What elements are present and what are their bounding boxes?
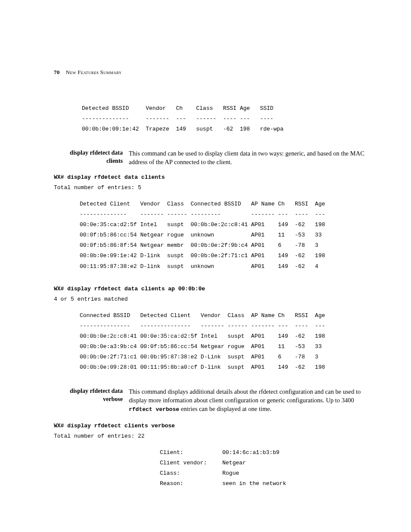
table-row: 00:0f:b5:86:8f:54 Netgear membr 00:0b:0e… (80, 240, 370, 251)
verbose-detail-block: Client:00:14:6c:a1:b3:b9 Client vendor:N… (160, 448, 370, 489)
bssid-table-header: Detected BSSID Vendor Ch Class RSSI Age … (82, 103, 370, 114)
section-desc-clients: This command can be used to display clie… (129, 149, 370, 166)
bssid-table-rule: -------------- ------- --- ------ ---- -… (82, 114, 370, 124)
clients-ap-table-header: Connected BSSID Detected Client Vendor C… (80, 311, 370, 321)
section-heading-clients: display rfdetect data clients (54, 149, 129, 165)
cli-output-line: Total number of entries: 22 (54, 431, 370, 442)
section-heading-verbose: display rfdetect data verbose (54, 387, 129, 404)
table-row: 00:0b:0e:09:28:01 00:11:95:8b:a0:cf D-li… (80, 362, 370, 373)
clients-table-rule: -------------- ------- ------ --------- … (80, 209, 370, 220)
chapter-title: New Features Summary (66, 69, 122, 76)
kv-key: Class: (160, 468, 222, 479)
table-row: 00:0b:0e:2f:71:c1 00:0b:95:87:38:e2 D-Li… (80, 352, 370, 362)
clients-ap-table-rule: --------------- --------------- ------- … (80, 321, 370, 331)
running-head: 70 New Features Summary (54, 69, 370, 76)
cli-output-line: Total number of entries: 5 (54, 183, 370, 193)
page-number: 70 (54, 69, 60, 76)
kv-key: Client vendor: (160, 458, 222, 468)
table-row: 00:0b:0e:a3:9b:c4 00:0f:b5:86:cc:54 Netg… (80, 342, 370, 352)
table-row: 00:0f:b5:86:cc:54 Netgear rogue unknown … (80, 230, 370, 240)
table-row: 00:0e:35:ca:d2:5f Intel suspt 00:0b:0e:2… (80, 220, 370, 230)
clients-table-header: Detected Client Vendor Class Connected B… (80, 199, 370, 209)
section-desc-verbose: This command displays additional details… (129, 387, 370, 415)
kv-value: Rogue (222, 468, 239, 479)
table-row: 00:0b:0e:09:1e:42 D-link suspt 00:0b:0e:… (80, 251, 370, 261)
cli-command: WX# display rfdetect data clients (54, 172, 370, 183)
desc-text: entries can be displayed at one time. (179, 405, 271, 412)
kv-value: seen in the network (222, 479, 286, 489)
kv-value: Netgear (222, 458, 246, 468)
kv-key: Reason: (160, 479, 222, 489)
cli-command: WX# display rfdetect clients verbose (54, 421, 370, 431)
inline-code: rfdtect verbose (129, 406, 179, 413)
cli-output-line: 4 or 5 entries matched (54, 294, 370, 305)
kv-key: Client: (160, 448, 222, 458)
bssid-table-row: 00:0b:0e:09:1e:42 Trapeze 149 suspt -62 … (82, 124, 370, 134)
cli-command: WX# display rfdetect data clients ap 00:… (54, 284, 370, 294)
kv-value: 00:14:6c:a1:b3:b9 (222, 448, 280, 458)
table-row: 00:0b:0e:2c:c8:41 00:0e:35:ca:d2:5f Inte… (80, 331, 370, 342)
desc-text: This command displays additional details… (129, 388, 361, 404)
table-row: 00:11:95:87:38:e2 D-link suspt unknown A… (80, 261, 370, 272)
